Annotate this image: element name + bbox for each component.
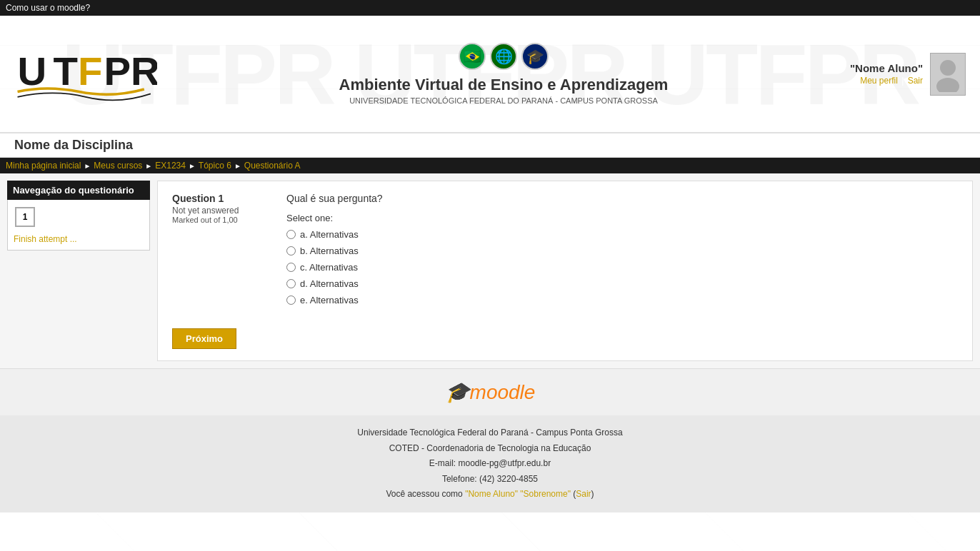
footer-line2: COTED - Coordenadoria de Tecnologia na E… bbox=[10, 441, 970, 457]
utfpr-logo: U T F PR bbox=[14, 39, 157, 110]
footer-user-pre: Você acessou como bbox=[386, 489, 465, 499]
option-label-b[interactable]: b. Alternativas bbox=[300, 246, 359, 256]
option-radio-b[interactable] bbox=[286, 246, 296, 256]
footer-moodle: 🎓moodle bbox=[0, 368, 980, 415]
sep2: ► bbox=[145, 162, 152, 170]
user-area: "Nome Aluno" Meu perfil | Sair bbox=[850, 53, 966, 96]
next-button[interactable]: Próximo bbox=[172, 328, 236, 349]
sep1: ► bbox=[84, 162, 91, 170]
brazil-flag[interactable]: 🇧🇷 bbox=[459, 43, 486, 70]
footer-user-line: Você acessou como "Nome Aluno" "Sobrenom… bbox=[10, 487, 970, 502]
option-row-b: b. Alternativas bbox=[286, 246, 958, 256]
svg-text:T: T bbox=[54, 49, 78, 93]
option-label-d[interactable]: d. Alternativas bbox=[300, 278, 359, 289]
avatar bbox=[930, 53, 966, 96]
center-area: 🇧🇷 🌐 🎓 Ambiente Virtual de Ensino e Apre… bbox=[157, 43, 850, 104]
quiz-content: Question 1 Not yet answered Marked out o… bbox=[157, 181, 973, 361]
breadcrumb-home[interactable]: Minha página inicial bbox=[6, 161, 81, 171]
footer-sair-link[interactable]: Sair bbox=[576, 489, 591, 499]
user-name: "Nome Aluno" bbox=[850, 62, 923, 74]
question-nav-btn-1[interactable]: 1 bbox=[15, 207, 35, 227]
portugal-flag[interactable]: 🌐 bbox=[490, 43, 517, 70]
option-row-e: e. Alternativas bbox=[286, 295, 958, 305]
option-radio-e[interactable] bbox=[286, 295, 296, 305]
svg-text:U: U bbox=[18, 49, 47, 93]
my-profile-link[interactable]: Meu perfil bbox=[860, 76, 898, 86]
center-flags: 🇧🇷 🌐 🎓 bbox=[171, 43, 836, 70]
footer-close: ) bbox=[591, 489, 594, 499]
main-watermark-container: UTFPR Navegação do questionário 1 Finish… bbox=[0, 173, 980, 368]
header: UTFPR UTFPR UTFPR U T F PR 🇧🇷 bbox=[0, 16, 980, 133]
finish-attempt-link[interactable]: Finish attempt ... bbox=[14, 234, 144, 244]
disciplina-bar: Nome da Disciplina bbox=[0, 133, 980, 158]
question-status: Not yet answered bbox=[172, 206, 286, 216]
footer-info: Universidade Tecnológica Federal do Para… bbox=[0, 415, 980, 512]
option-radio-c[interactable] bbox=[286, 263, 296, 272]
option-row-d: d. Alternativas bbox=[286, 278, 958, 289]
user-info: "Nome Aluno" Meu perfil | Sair bbox=[850, 62, 923, 86]
question-text: Qual é sua pergunta? bbox=[286, 193, 958, 204]
footer-line1: Universidade Tecnológica Federal do Para… bbox=[10, 425, 970, 441]
top-bar: Como usar o moodle? bbox=[0, 0, 980, 16]
option-label-a[interactable]: a. Alternativas bbox=[300, 229, 359, 240]
footer-user-name[interactable]: "Nome Aluno" "Sobrenome" bbox=[465, 489, 571, 499]
question-marked: Marked out of 1,00 bbox=[172, 216, 286, 224]
moodle-logo-text: moodle bbox=[470, 381, 536, 403]
breadcrumb-bar: Minha página inicial ► Meus cursos ► EX1… bbox=[0, 158, 980, 173]
breadcrumb-topic6[interactable]: Tópico 6 bbox=[199, 161, 231, 171]
window-title: Como usar o moodle? bbox=[6, 3, 90, 13]
sep3: ► bbox=[189, 162, 196, 170]
site-title: Ambiente Virtual de Ensino e Aprendizage… bbox=[171, 76, 836, 94]
question-right: Qual é sua pergunta? Select one: a. Alte… bbox=[286, 193, 958, 311]
moodle-logo: 🎓moodle bbox=[11, 380, 969, 404]
sidebar-content: 1 Finish attempt ... bbox=[7, 200, 150, 251]
user-links: Meu perfil | Sair bbox=[850, 76, 923, 86]
question-buttons: 1 bbox=[14, 206, 144, 228]
svg-point-5 bbox=[936, 78, 959, 92]
disciplina-name: Nome da Disciplina bbox=[14, 138, 133, 152]
svg-point-4 bbox=[940, 60, 956, 76]
sidebar: Navegação do questionário 1 Finish attem… bbox=[7, 181, 150, 361]
option-row-c: c. Alternativas bbox=[286, 262, 958, 273]
site-subtitle: UNIVERSIDADE TECNOLÓGICA FEDERAL DO PARA… bbox=[171, 96, 836, 105]
moodle-hat-icon: 🎓 bbox=[445, 381, 470, 403]
logout-link[interactable]: Sair bbox=[908, 76, 923, 86]
option-radio-d[interactable] bbox=[286, 279, 296, 288]
option-radio-a[interactable] bbox=[286, 230, 296, 239]
svg-text:F: F bbox=[78, 49, 102, 93]
select-one-label: Select one: bbox=[286, 213, 958, 223]
question-left: Question 1 Not yet answered Marked out o… bbox=[172, 193, 286, 224]
footer-line3: E-mail: moodle-pg@utfpr.edu.br bbox=[10, 456, 970, 472]
main-layout: Navegação do questionário 1 Finish attem… bbox=[0, 173, 980, 368]
breadcrumb-courses[interactable]: Meus cursos bbox=[94, 161, 142, 171]
question-title: Question 1 bbox=[172, 193, 286, 204]
footer-line4: Telefone: (42) 3220-4855 bbox=[10, 472, 970, 487]
main-layout-inner: Navegação do questionário 1 Finish attem… bbox=[0, 173, 980, 368]
svg-text:PR: PR bbox=[104, 49, 157, 93]
option-label-e[interactable]: e. Alternativas bbox=[300, 295, 359, 305]
question-header: Question 1 Not yet answered Marked out o… bbox=[172, 193, 958, 311]
logo-area: U T F PR bbox=[14, 39, 157, 110]
option-row-a: a. Alternativas bbox=[286, 229, 958, 240]
header-content: U T F PR 🇧🇷 🌐 🎓 Ambiente Virtual bbox=[0, 16, 980, 132]
sidebar-title: Navegação do questionário bbox=[7, 181, 150, 200]
breadcrumb-questionnaire[interactable]: Questionário A bbox=[244, 161, 301, 171]
english-flag[interactable]: 🎓 bbox=[521, 43, 549, 70]
breadcrumb-ex1234[interactable]: EX1234 bbox=[155, 161, 186, 171]
sep4: ► bbox=[234, 162, 241, 170]
option-label-c[interactable]: c. Alternativas bbox=[300, 262, 358, 273]
